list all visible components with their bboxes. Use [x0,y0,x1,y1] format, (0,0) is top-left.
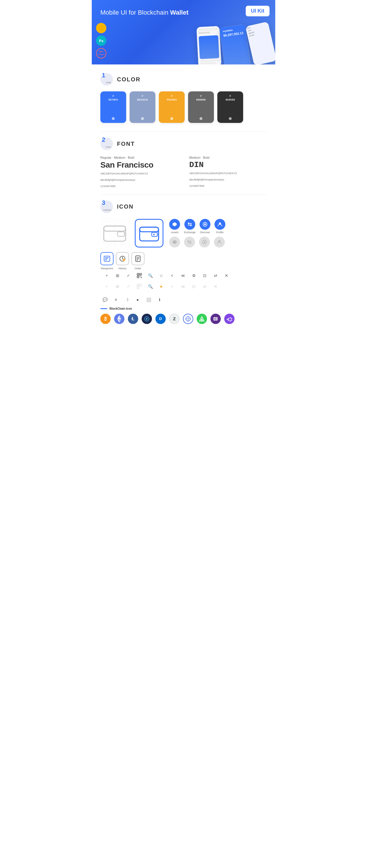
hero-title: Mobile UI for Blockchain Wallet [101,9,266,17]
assets-gray-icon [169,237,180,248]
swatch-blue-gray: #8DA0C8 [130,91,156,123]
expand-faded-icon: ⊡ [190,283,197,290]
gear-icon: ⚙ [190,272,197,279]
svg-rect-33 [138,274,139,275]
svg-rect-20 [105,257,109,258]
chevron-left-icon: < [169,272,175,279]
grid-icon: ⊞ [114,272,121,279]
blockchain-line [101,308,107,309]
svg-point-58 [231,320,232,320]
svg-point-61 [228,318,229,319]
management-icon [101,252,114,265]
plus-icon: ＋ [103,272,110,279]
swatch-blue: #3574FA [101,91,126,123]
font-title: FONT [117,141,135,147]
litecoin-icon: Ł [128,314,138,324]
chevron-left-faded-icon: < [169,283,175,290]
history-icon-wrap: History [116,252,129,270]
swap-icon: ⇄ [212,272,219,279]
phone-mockup-1 [196,26,221,64]
font-din: Medium · Bold DIN ABCDEFGHIJKLMNOPQRSTUV… [189,156,266,189]
icon-title: ICON [117,204,134,210]
svg-point-14 [204,223,206,225]
share-faded-icon: ≪ [179,283,186,290]
wallet-outline-icon [101,219,129,248]
discover-gray-icon [199,237,210,248]
chat-icon: ⬜ [145,296,152,303]
discover-icon-box: Discover [200,219,210,234]
stellar-icon [210,314,221,324]
ps-badge: Ps [96,35,106,46]
exchange-gray-icon [184,237,195,248]
assets-icon-box: Assets [169,219,180,234]
profile-icon-box: Profile [215,219,225,234]
sketch-badge [96,23,106,33]
section-3-circle: 3 THREE [101,200,113,213]
layers-icon: ≡ [112,296,119,303]
misc-icons-panel: ＋ ⊞ ✓ 🔍 ☆ < [103,272,230,292]
svg-rect-38 [137,284,139,286]
font-section-header: 2 TWO FONT [101,137,266,150]
moon-icon: ☽ [123,296,130,303]
ui-kit-badge: UI Kit [246,6,270,16]
qr-faded-icon [136,283,143,290]
star-faded-icon: ★ [158,283,165,290]
blockchain-label-row: BlockChain Icon [101,307,266,310]
zcash-icon: Z [169,314,179,324]
hero-badges: Ps 60+Screens [96,23,106,58]
color-swatches: #3574FA #8DA0C8 #F5A623 #666666 #303030 [101,91,266,123]
order-icon-wrap: Order [131,252,144,270]
blockchain-label: BlockChain Icon [110,307,132,310]
management-icon-wrap: Mangment [101,252,114,270]
svg-rect-28 [137,259,139,260]
svg-rect-6 [104,226,125,241]
color-section-header: 1 ONE COLOR [101,73,266,86]
check-icon: ✓ [125,272,132,279]
svg-rect-36 [140,276,140,276]
history-icon [116,252,129,265]
phone-mockup-3: BTC ETH WAVES QTUM [246,22,275,64]
svg-rect-34 [140,274,141,275]
svg-rect-10 [140,227,159,232]
section-2-circle: 2 TWO [101,137,113,150]
svg-rect-29 [137,260,138,261]
color-title: COLOR [117,76,140,83]
iota-icon [142,314,152,324]
cardano-icon [183,314,193,324]
bottom-icons-row: Mangment History [101,252,266,292]
close-faded-icon: ✕ [212,283,219,290]
main-content: 1 ONE COLOR #3574FA #8DA0C8 #F5A623 #666… [92,64,275,336]
info-icon: ℹ [156,296,163,303]
svg-point-60 [228,320,229,320]
svg-rect-27 [137,258,139,259]
nav-icons-panel: Assets Exchange [169,219,225,248]
svg-point-49 [188,316,189,317]
share-icon: ≪ [179,272,186,279]
svg-point-57 [231,318,232,319]
svg-point-48 [188,318,189,319]
svg-point-17 [204,241,205,243]
augur-icon [197,314,207,324]
font-sf: Regular · Medium · Bold San Francisco AB… [101,156,178,189]
exchange-icon-box: Exchange [184,219,196,234]
svg-point-52 [190,318,190,319]
svg-point-59 [230,320,231,321]
svg-rect-26 [137,257,139,258]
swatch-orange: #F5A623 [159,91,185,123]
qr-icon [136,272,143,279]
swap-faded-icon: ⇄ [201,283,208,290]
assets-icon [169,219,180,230]
nav-icons-gray-row [169,237,225,248]
wallet-filled-icon [135,219,163,248]
star-icon: ☆ [158,272,165,279]
plus-faded-icon: ＋ [103,283,110,290]
icon-section-header: 3 THREE ICON [101,200,266,213]
svg-rect-9 [140,227,159,241]
swatch-gray: #666666 [188,91,214,123]
hero-section: Mobile UI for Blockchain Wallet UI Kit P… [92,0,275,64]
svg-rect-40 [137,287,139,289]
svg-point-62 [227,319,228,320]
svg-point-50 [188,320,189,321]
polygon-icon [224,314,234,324]
profile-icon [215,219,225,230]
